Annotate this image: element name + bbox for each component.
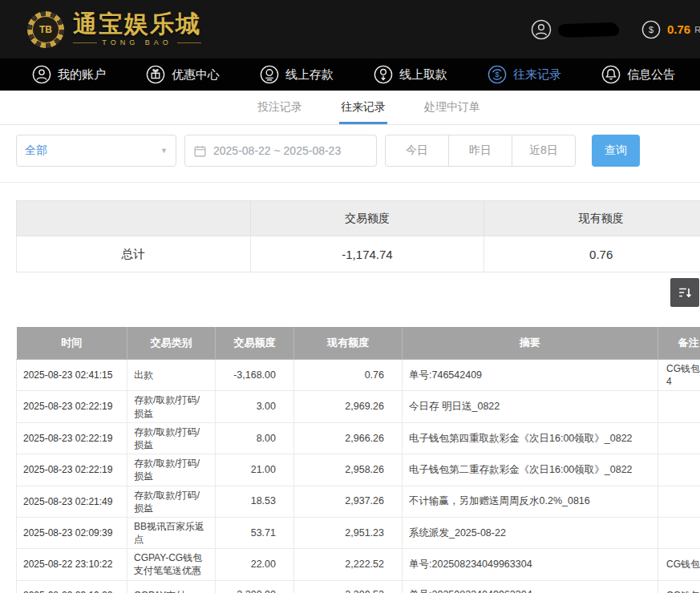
user-icon[interactable] — [531, 19, 552, 40]
cell-type: CGPAY-CG钱包支付笔笔送优惠 — [127, 549, 216, 580]
main-nav: 我的账户 优惠中心 线上存款 — [0, 58, 700, 91]
nav-item-transactions[interactable]: $ 往来记录 — [488, 65, 561, 84]
nav-label: 线上存款 — [285, 67, 334, 83]
cell-time: 2025-08-22 23:10:22 — [17, 549, 127, 580]
cell-note: CG钱包 — [658, 549, 700, 580]
col-time: 时间 — [17, 327, 127, 360]
table-row: 2025-08-23 02:21:49 存款/取款/打码/损益 18.53 2,… — [17, 486, 700, 517]
cell-summary: 电子钱包第四重取款彩金《次日16:00领取》_0822 — [403, 422, 658, 454]
quick-range-group: 今日 昨日 近8日 — [385, 135, 576, 167]
nav-item-deposit[interactable]: 线上存款 — [260, 65, 334, 84]
cell-time: 2025-08-22 23:10:22 — [17, 580, 127, 593]
cell-summary: 单号:746542409 — [403, 360, 658, 391]
nav-item-promotions[interactable]: 优惠中心 — [146, 65, 220, 84]
tabs: 投注记录 往来记录 处理中订单 — [0, 91, 700, 124]
tab-transaction-records[interactable]: 往来记录 — [339, 91, 387, 124]
table-row: 2025-08-23 02:22:19 存款/取款/打码/损益 21.00 2,… — [17, 454, 700, 486]
nav-label: 优惠中心 — [172, 67, 220, 83]
yesterday-button[interactable]: 昨日 — [448, 135, 512, 167]
type-select-value: 全部 — [25, 143, 47, 158]
balance-currency: R — [694, 25, 700, 34]
summary-table: 交易额度 现有额度 总计 -1,174.74 0.76 — [16, 200, 700, 272]
col-note: 备注 — [658, 327, 700, 360]
table-row: 2025-08-23 02:22:19 存款/取款/打码/损益 3.00 2,9… — [17, 391, 700, 422]
last-8-days-button[interactable]: 近8日 — [512, 135, 576, 167]
wallet-dollar-icon[interactable]: $ — [641, 20, 661, 39]
cell-summary: 单号:202508234049963304 — [403, 580, 658, 593]
redacted-username — [560, 22, 617, 37]
date-range-picker[interactable]: 2025-08-22 ~ 2025-08-23 — [184, 135, 377, 167]
cell-amount: 18.53 — [216, 486, 294, 517]
cell-type: CGPAY支付 — [127, 580, 216, 593]
filter-section: 全部 ▼ 2025-08-22 ~ 2025-08-23 今日 昨日 近8日 查… — [0, 125, 700, 183]
cell-balance: 2,951.23 — [294, 517, 403, 548]
summary-total-label: 总计 — [17, 236, 251, 272]
cell-amount: 3.00 — [216, 391, 294, 422]
site-title: 通宝娱乐城 — [73, 12, 201, 36]
calendar-icon — [193, 144, 207, 158]
nav-item-withdraw[interactable]: 线上取款 — [374, 65, 447, 84]
cell-balance: 2,937.26 — [294, 486, 403, 517]
sort-descending-icon — [677, 284, 693, 301]
app-header: TB 通宝娱乐城 TONG BAO $ 0.76 R — [0, 0, 700, 58]
cell-amount: 53.71 — [216, 517, 294, 548]
cell-note — [658, 486, 700, 517]
nav-item-announcements[interactable]: 信息公告 — [601, 65, 675, 84]
cell-note — [658, 454, 700, 486]
table-row: 2025-08-23 02:22:19 存款/取款/打码/损益 8.00 2,9… — [17, 422, 700, 454]
cell-note — [658, 517, 700, 548]
cell-note — [658, 391, 700, 422]
col-type: 交易类别 — [127, 327, 216, 360]
cell-balance: 0.76 — [294, 360, 403, 391]
nav-label: 往来记录 — [513, 67, 561, 83]
table-row: 2025-08-22 23:10:22 CGPAY-CG钱包支付笔笔送优惠 22… — [17, 549, 700, 580]
summary-col-empty — [17, 201, 251, 236]
nav-label: 信息公告 — [627, 67, 675, 83]
tabbar: 投注记录 往来记录 处理中订单 — [0, 91, 700, 125]
cell-time: 2025-08-23 02:22:19 — [17, 422, 127, 454]
cell-type: BB视讯百家乐返点 — [127, 517, 216, 548]
summary-col-transaction: 交易额度 — [250, 201, 484, 236]
cell-type: 出款 — [127, 360, 216, 391]
cell-summary: 电子钱包第二重存款彩金《次日16:00领取》_0822 — [403, 454, 658, 486]
cell-amount: -3,168.00 — [216, 360, 294, 391]
sort-button[interactable] — [670, 278, 699, 307]
site-logo[interactable]: TB 通宝娱乐城 TONG BAO — [27, 11, 201, 48]
cell-time: 2025-08-23 02:22:19 — [17, 454, 127, 486]
cell-time: 2025-08-23 02:41:15 — [17, 360, 127, 391]
query-button[interactable]: 查询 — [592, 135, 640, 167]
gift-icon — [146, 65, 165, 84]
tab-processing-orders[interactable]: 处理中订单 — [423, 91, 482, 124]
page: TB 通宝娱乐城 TONG BAO $ 0.76 R — [0, 0, 700, 593]
summary-row: 总计 -1,174.74 0.76 — [17, 236, 700, 272]
nav-item-my-account[interactable]: 我的账户 — [32, 65, 106, 84]
cell-amount: 21.00 — [216, 454, 294, 486]
cell-amount: 2,200.00 — [216, 580, 294, 593]
transactions-icon: $ — [488, 65, 507, 84]
cell-summary: 系统派发_2025-08-22 — [403, 517, 658, 548]
col-balance: 现有额度 — [294, 327, 403, 360]
records-header-row: 时间 交易类别 交易额度 现有额度 摘要 备注 — [17, 327, 700, 360]
today-button[interactable]: 今日 — [385, 135, 449, 167]
cell-note: CG钱包 — [658, 580, 700, 593]
chip-badge: TB — [32, 16, 59, 43]
tab-betting-records[interactable]: 投注记录 — [256, 91, 304, 124]
deposit-coin-icon — [260, 65, 279, 84]
cell-amount: 8.00 — [216, 422, 294, 454]
summary-col-balance: 现有额度 — [484, 201, 700, 236]
cell-time: 2025-08-23 02:09:39 — [17, 517, 127, 548]
cell-summary: 单号:202508234049963304 — [403, 549, 658, 580]
table-row: 2025-08-22 23:10:22 CGPAY支付 2,200.00 2,2… — [17, 580, 700, 593]
cell-time: 2025-08-23 02:22:19 — [17, 391, 127, 422]
cell-note: CG钱包-24 — [658, 360, 700, 391]
withdraw-coin-icon — [374, 65, 393, 84]
cell-balance: 2,958.26 — [294, 454, 403, 486]
cell-summary: 今日存 明日送_0822 — [403, 391, 658, 422]
table-row: 2025-08-23 02:09:39 BB视讯百家乐返点 53.71 2,95… — [17, 517, 700, 548]
cell-type: 存款/取款/打码/损益 — [127, 454, 216, 486]
date-range-value: 2025-08-22 ~ 2025-08-23 — [213, 144, 341, 157]
cell-type: 存款/取款/打码/损益 — [127, 422, 216, 454]
col-summary: 摘要 — [403, 327, 658, 360]
type-select[interactable]: 全部 ▼ — [16, 135, 176, 167]
svg-text:$: $ — [495, 70, 500, 79]
